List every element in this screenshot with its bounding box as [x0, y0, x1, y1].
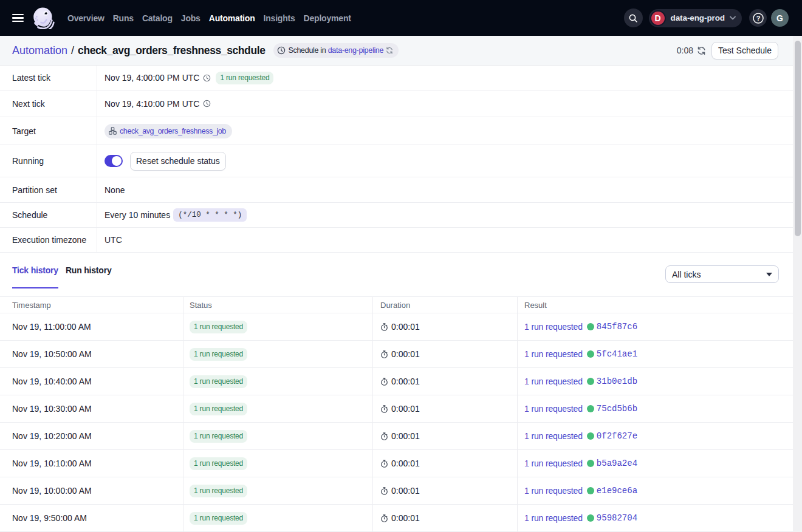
svg-text:?: ?	[756, 15, 760, 22]
